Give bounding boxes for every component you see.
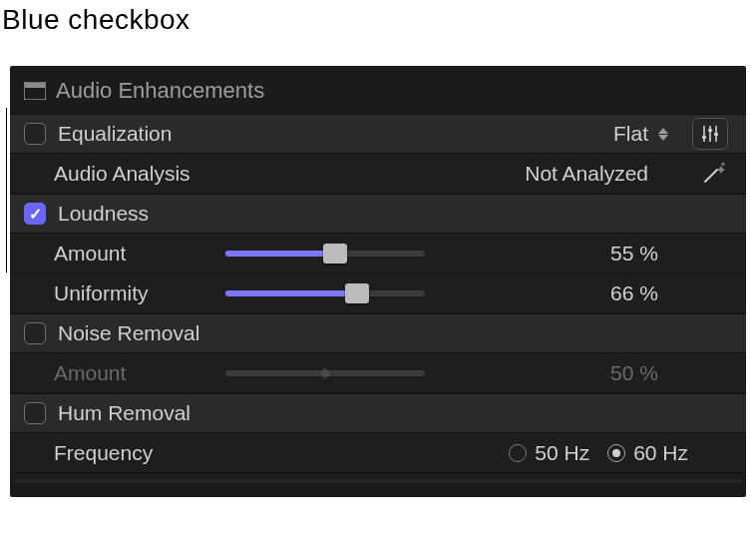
loudness-uniformity-value: 66% xyxy=(578,281,658,305)
hum-frequency-50hz-radio[interactable]: 50 Hz xyxy=(509,441,589,465)
audio-analysis-label: Audio Analysis xyxy=(54,162,213,186)
loudness-row: Loudness xyxy=(10,194,746,234)
panel-title: Audio Enhancements xyxy=(56,78,264,104)
equalization-row: Equalization Flat xyxy=(10,114,746,154)
equalization-checkbox[interactable] xyxy=(24,123,46,145)
loudness-amount-value: 55% xyxy=(578,242,658,266)
hum-frequency-60hz-radio[interactable]: 60 Hz xyxy=(607,441,688,465)
noise-amount-row: Amount 50% xyxy=(10,353,746,393)
loudness-amount-row: Amount 55% xyxy=(10,234,746,273)
equalization-preset-dropdown[interactable]: Flat xyxy=(613,122,668,146)
radio-label-50hz: 50 Hz xyxy=(535,441,589,465)
analyze-button[interactable] xyxy=(700,162,728,186)
magic-wand-icon xyxy=(701,162,727,186)
noise-amount-slider[interactable] xyxy=(225,370,425,376)
noise-removal-checkbox[interactable] xyxy=(24,322,46,344)
audio-enhancements-panel: Audio Enhancements Equalization Flat xyxy=(10,66,746,497)
svg-line-8 xyxy=(705,170,717,182)
hum-removal-label: Hum Removal xyxy=(58,401,728,425)
panel-header: Audio Enhancements xyxy=(10,74,746,114)
audio-analysis-row: Audio Analysis Not Analyzed xyxy=(10,154,746,194)
loudness-uniformity-slider[interactable] xyxy=(225,290,425,296)
callout-line xyxy=(6,108,7,272)
chevron-updown-icon xyxy=(658,128,668,141)
loudness-label: Loudness xyxy=(58,202,728,226)
hum-frequency-row: Frequency 50 Hz 60 Hz xyxy=(10,433,746,473)
svg-rect-7 xyxy=(714,133,718,136)
equalizer-button[interactable] xyxy=(692,118,728,150)
radio-label-60hz: 60 Hz xyxy=(633,441,688,465)
noise-amount-value: 50% xyxy=(578,361,658,385)
svg-rect-6 xyxy=(708,129,712,132)
loudness-uniformity-label: Uniformity xyxy=(54,281,213,305)
audio-analysis-status: Not Analyzed xyxy=(525,162,648,186)
noise-amount-label: Amount xyxy=(54,361,213,385)
svg-rect-1 xyxy=(25,83,45,88)
svg-rect-5 xyxy=(702,136,706,139)
equalization-label: Equalization xyxy=(58,122,601,146)
hum-removal-row: Hum Removal xyxy=(10,393,746,433)
loudness-checkbox[interactable] xyxy=(24,203,46,225)
inspector-icon xyxy=(24,82,46,100)
diamond-marker-icon xyxy=(318,366,332,380)
hum-frequency-radio-group: 50 Hz 60 Hz xyxy=(509,441,688,465)
loudness-amount-slider[interactable] xyxy=(225,251,425,257)
hum-frequency-label: Frequency xyxy=(54,441,213,465)
noise-removal-label: Noise Removal xyxy=(58,321,728,345)
panel-divider xyxy=(14,479,742,483)
callout-label: Blue checkbox xyxy=(0,0,756,36)
noise-removal-row: Noise Removal xyxy=(10,313,746,353)
loudness-amount-label: Amount xyxy=(54,242,213,266)
equalizer-icon xyxy=(700,125,720,143)
loudness-uniformity-row: Uniformity 66% xyxy=(10,273,746,313)
equalization-preset-value: Flat xyxy=(613,122,648,146)
hum-removal-checkbox[interactable] xyxy=(24,402,46,424)
